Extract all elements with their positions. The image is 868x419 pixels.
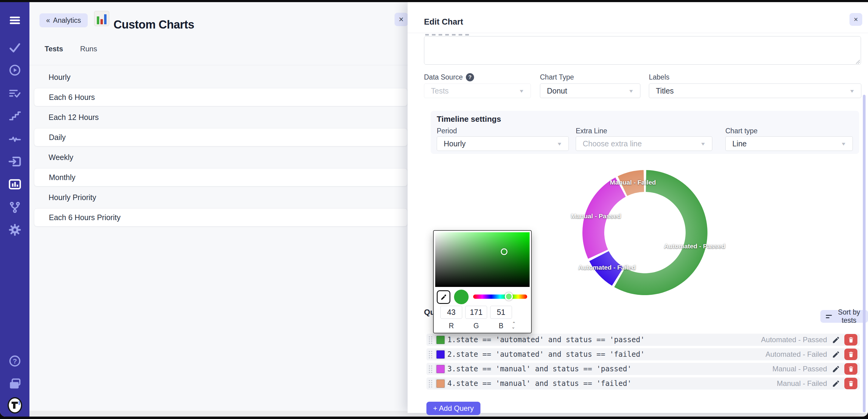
color-model-toggle-icon[interactable]: ⌃⌃ [512, 322, 515, 329]
hue-slider[interactable] [473, 295, 527, 299]
query-color-swatch[interactable] [435, 349, 445, 359]
chart-description-textarea[interactable] [424, 36, 861, 65]
blue-label: B [490, 322, 512, 330]
drag-handle-icon[interactable] [428, 365, 433, 373]
menu-icon[interactable] [8, 13, 22, 28]
data-source-select[interactable]: Tests▼ [424, 84, 531, 98]
chart-list-item[interactable]: Monthly [34, 168, 408, 186]
chart-list-item[interactable]: Daily [34, 128, 408, 146]
list-check-icon[interactable] [8, 86, 22, 100]
saturation-area[interactable] [435, 232, 530, 287]
chart-type-label: Chart Type [540, 73, 574, 81]
query-label: Manual - Failed [777, 379, 827, 388]
drag-handle-icon[interactable] [428, 350, 433, 359]
timeline-settings-title: Timeline settings [437, 115, 501, 124]
query-label: Automated - Failed [766, 350, 827, 359]
bar-chart-icon-active[interactable] [8, 177, 22, 191]
chart-list-item[interactable]: Each 12 Hours [34, 108, 408, 126]
edit-pencil-icon[interactable] [832, 350, 840, 359]
add-query-button[interactable]: + Add Query [426, 402, 480, 415]
green-input[interactable] [465, 306, 487, 319]
library-icon[interactable] [8, 377, 22, 391]
sign-in-icon[interactable] [8, 154, 22, 169]
saved-charts-list: HourlyEach 6 HoursEach 12 HoursDailyWeek… [34, 68, 408, 228]
clipped-field-label [425, 34, 471, 35]
activity-icon[interactable] [8, 131, 22, 146]
charts-panel-close-button[interactable]: × [395, 13, 408, 26]
donut-segment[interactable] [582, 177, 626, 259]
query-color-swatch[interactable] [435, 378, 445, 389]
edit-pencil-icon[interactable] [832, 380, 840, 388]
timeline-chart-type-label: Chart type [725, 127, 757, 135]
tabs-divider [29, 65, 408, 65]
current-color-swatch [454, 290, 469, 304]
timeline-chart-type-select[interactable]: Line▼ [725, 136, 853, 151]
drawer-scrollbar[interactable] [863, 95, 866, 412]
gear-icon[interactable] [8, 222, 22, 237]
trash-icon [848, 380, 854, 387]
query-row: 4.state == 'manual' and status == 'faile… [426, 378, 860, 390]
drag-handle-icon[interactable] [428, 336, 433, 344]
labels-select[interactable]: Titles▼ [649, 84, 861, 98]
extra-line-label: Extra Line [576, 127, 607, 135]
close-icon: × [399, 15, 404, 24]
chart-list-item[interactable]: Hourly Priority [34, 188, 408, 206]
chart-list-item[interactable]: Each 6 Hours Priority [34, 208, 408, 227]
chevron-down-icon: ▼ [841, 141, 846, 146]
delete-query-button[interactable] [844, 349, 857, 360]
query-expression: 1.state == 'automated' and status == 'pa… [447, 335, 645, 344]
chart-list-item[interactable]: Weekly [34, 148, 408, 167]
chevron-left-icon: « [46, 17, 50, 25]
green-label: G [465, 322, 487, 330]
help-icon[interactable]: ? [8, 354, 22, 368]
back-to-analytics-button[interactable]: « Analytics [39, 13, 88, 27]
eyedropper-button[interactable] [437, 290, 451, 304]
chevron-down-icon: ▼ [849, 88, 855, 93]
extra-line-select[interactable]: Choose extra line▼ [576, 136, 712, 151]
saturation-cursor[interactable] [501, 248, 507, 255]
tabs: Tests Runs [44, 44, 97, 53]
delete-query-button[interactable] [844, 334, 857, 346]
chart-list-item[interactable]: Hourly [34, 68, 408, 86]
delete-query-button[interactable] [844, 363, 857, 375]
drawer-close-button[interactable]: × [849, 13, 862, 26]
sort-by-tests-button[interactable]: Sort by tests [820, 310, 868, 323]
app-logo[interactable] [8, 398, 22, 413]
red-input[interactable] [440, 306, 462, 319]
blue-input[interactable] [490, 306, 512, 319]
edit-pencil-icon[interactable] [832, 365, 840, 373]
chart-list-item[interactable]: Each 6 Hours [34, 88, 408, 106]
trash-icon [848, 365, 854, 372]
query-row: 1.state == 'automated' and status == 'pa… [426, 334, 860, 346]
edit-chart-drawer: Edit Chart × Data Source ? Chart Type La… [408, 2, 868, 413]
app-window: ? « Analytics Custom Charts × Tests [0, 2, 868, 417]
help-badge-icon[interactable]: ? [466, 73, 474, 81]
chevron-down-icon: ▼ [519, 88, 524, 93]
app-root: ? « Analytics Custom Charts × Tests [0, 0, 868, 419]
trash-icon [848, 336, 854, 343]
page-title: Custom Charts [114, 18, 194, 31]
steps-icon[interactable] [8, 109, 22, 123]
git-fork-icon[interactable] [8, 200, 22, 215]
data-source-label: Data Source ? [424, 73, 474, 81]
svg-text:?: ? [13, 357, 17, 365]
custom-charts-panel: « Analytics Custom Charts × Tests Runs H… [29, 2, 408, 411]
chevron-down-icon: ▼ [557, 141, 562, 146]
play-circle-icon[interactable] [8, 63, 22, 78]
tab-runs[interactable]: Runs [80, 44, 97, 53]
edit-pencil-icon[interactable] [832, 336, 840, 344]
query-color-swatch[interactable] [435, 364, 445, 374]
check-icon[interactable] [8, 40, 22, 55]
drag-handle-icon[interactable] [428, 380, 433, 388]
query-expression: 3.state == 'manual' and status == 'passe… [447, 365, 631, 373]
chart-type-select[interactable]: Donut▼ [540, 84, 640, 98]
period-label: Period [437, 127, 457, 135]
chevron-down-icon: ▼ [700, 141, 706, 146]
query-row: 3.state == 'manual' and status == 'passe… [426, 363, 860, 375]
delete-query-button[interactable] [844, 378, 857, 389]
close-icon: × [854, 15, 858, 24]
tab-tests[interactable]: Tests [44, 44, 63, 53]
hue-cursor[interactable] [505, 292, 513, 301]
period-select[interactable]: Hourly▼ [437, 136, 569, 151]
query-color-swatch[interactable] [435, 335, 445, 345]
